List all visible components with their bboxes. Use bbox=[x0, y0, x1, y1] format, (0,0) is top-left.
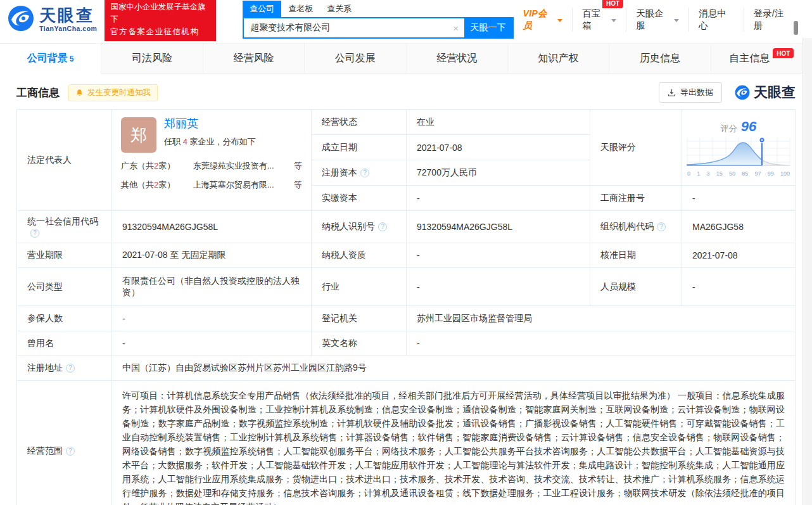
tab-judicial-risk[interactable]: 司法风险 bbox=[101, 44, 203, 73]
notify-on-change-button[interactable]: 发生变更时通知我 bbox=[68, 84, 158, 101]
field-value: MA26GJG58 bbox=[682, 211, 796, 243]
field-value: - bbox=[112, 331, 312, 356]
cert-line2: 官方备案企业征信机构 bbox=[110, 26, 210, 38]
hot-badge: HOT bbox=[773, 48, 794, 58]
field-value: - bbox=[407, 268, 590, 306]
search-input[interactable] bbox=[244, 18, 447, 37]
logo-title: 天眼查 bbox=[39, 7, 97, 23]
nav-message-center[interactable]: 消息中心 bbox=[688, 8, 744, 32]
company-link[interactable]: 东莞绿苑实业投资有... bbox=[193, 160, 288, 172]
legal-rep-label: 法定代表人 bbox=[17, 110, 112, 211]
clear-input-icon[interactable]: × bbox=[448, 18, 464, 37]
legal-rep-name-link[interactable]: 郑丽英 bbox=[164, 117, 255, 131]
field-label: 实缴资本 bbox=[312, 186, 407, 211]
score-value: 96 bbox=[741, 118, 756, 134]
company-link[interactable]: 上海莫塞尔贸易有限... bbox=[193, 179, 288, 191]
search-tabs: 查公司 查老板 查关系 bbox=[243, 1, 513, 17]
chevron-down-icon bbox=[557, 19, 562, 22]
download-icon bbox=[668, 89, 676, 97]
field-value: 2021-07-08 bbox=[407, 135, 590, 160]
field-label: 登记机关 bbox=[312, 306, 407, 331]
tianyancha-logo-icon bbox=[8, 5, 34, 34]
tab-operating-status[interactable]: 经营状况 bbox=[407, 44, 508, 73]
field-label: 核准日期 bbox=[590, 243, 682, 268]
tianyan-score-cell: 评分96 bbox=[682, 110, 796, 186]
field-value: - bbox=[407, 186, 590, 211]
tab-history-info[interactable]: 历史信息 bbox=[609, 44, 711, 73]
field-label: 公司类型 bbox=[17, 268, 112, 306]
tab-company-development[interactable]: 公司发展 bbox=[305, 44, 406, 73]
field-label: 统一社会信用代码? bbox=[17, 211, 112, 243]
search-tab-company[interactable]: 查公司 bbox=[243, 1, 281, 17]
field-label: 曾用名 bbox=[17, 331, 112, 356]
tianyancha-logo[interactable]: 天眼查 TianYanCha.com bbox=[8, 5, 97, 34]
search-tab-boss[interactable]: 查老板 bbox=[281, 1, 320, 17]
field-label: 参保人数 bbox=[17, 306, 112, 331]
question-icon[interactable]: ? bbox=[378, 222, 387, 231]
bell-icon bbox=[75, 89, 84, 97]
field-value: 在业 bbox=[407, 110, 590, 135]
question-icon[interactable]: ? bbox=[66, 364, 75, 373]
nav-enterprise-service[interactable]: 天眼企服 bbox=[626, 8, 688, 32]
section-title: 工商信息 bbox=[16, 86, 60, 100]
field-value: 苏州工业园区市场监督管理局 bbox=[407, 306, 796, 331]
legal-rep-positions: 任职 4 家企业，分布如下 bbox=[164, 136, 255, 148]
field-label: 成立日期 bbox=[312, 135, 407, 160]
search-tab-relation[interactable]: 查关系 bbox=[320, 1, 358, 17]
distribution-row: 其他（共2家） 上海莫塞尔贸易有限... 等 bbox=[121, 179, 302, 191]
business-scope-text: 许可项目：计算机信息系统安全专用产品销售（依法须经批准的项目，经相关部门批准后方… bbox=[112, 381, 796, 505]
tianyancha-watermark-icon bbox=[735, 85, 750, 100]
tab-self-info[interactable]: 自主信息 HOT bbox=[711, 44, 812, 73]
company-section-tabs: 公司背景 5 司法风险 经营风险 公司发展 经营状况 知识产权 历史信息 自主信… bbox=[0, 43, 812, 74]
business-registration-table: 法定代表人 郑 郑丽英 任职 4 家企业，分布如下 广东（共2家） 东莞绿苑实业… bbox=[16, 109, 796, 505]
question-icon[interactable]: ? bbox=[66, 447, 75, 456]
field-label: 人员规模 bbox=[590, 268, 682, 306]
business-info-header: 工商信息 发生变更时通知我 导出数据 天眼查 bbox=[16, 82, 796, 103]
nav-vip[interactable]: VIP会员 bbox=[514, 8, 573, 32]
tab-intellectual-property[interactable]: 知识产权 bbox=[508, 44, 609, 73]
top-header: 天眼查 TianYanCha.com 国家中小企业发展子基金旗下 官方备案企业征… bbox=[0, 0, 812, 39]
field-label: 组织机构代码? bbox=[590, 211, 682, 243]
field-label: 纳税人识别号? bbox=[312, 211, 407, 243]
cert-line1: 国家中小企业发展子基金旗下 bbox=[110, 1, 210, 26]
nav-toolbox[interactable]: HOT 百宝箱 bbox=[572, 8, 626, 32]
field-value: 2021-07-08 bbox=[682, 243, 796, 268]
top-nav: VIP会员 HOT 百宝箱 天眼企服 消息中心 登录/注册 bbox=[514, 8, 801, 32]
field-value: 中国（江苏）自由贸易试验区苏州片区苏州工业园区江韵路9号 bbox=[112, 356, 796, 381]
chevron-down-icon bbox=[674, 19, 679, 22]
field-value: 有限责任公司（非自然人投资或控股的法人独资） bbox=[112, 268, 312, 306]
score-label: 天眼评分 bbox=[590, 110, 682, 186]
field-label: 纳税人资质 bbox=[312, 243, 407, 268]
legal-rep-cell: 郑 郑丽英 任职 4 家企业，分布如下 广东（共2家） 东莞绿苑实业投资有...… bbox=[112, 110, 312, 211]
field-label: 营业期限 bbox=[17, 243, 112, 268]
field-label: 注册地址? bbox=[17, 356, 112, 381]
field-value: - bbox=[682, 268, 796, 306]
scrollbar-thumb[interactable] bbox=[794, 21, 798, 35]
certification-badge: 国家中小企业发展子基金旗下 官方备案企业征信机构 bbox=[105, 0, 216, 41]
search-area: 查公司 查老板 查关系 × 天眼一下 bbox=[243, 1, 513, 39]
nav-login-register[interactable]: 登录/注册 bbox=[744, 8, 801, 32]
field-label: 英文名称 bbox=[312, 331, 407, 356]
field-label: 工商注册号 bbox=[590, 186, 682, 211]
tab-count: 5 bbox=[70, 54, 74, 63]
search-box: × 天眼一下 bbox=[243, 17, 513, 39]
hot-badge: HOT bbox=[602, 0, 623, 8]
export-data-button[interactable]: 导出数据 bbox=[659, 82, 722, 103]
field-value: - bbox=[682, 186, 796, 211]
search-button[interactable]: 天眼一下 bbox=[464, 18, 512, 37]
field-value: 2021-07-08 至 无固定期限 bbox=[112, 243, 312, 268]
field-value: 91320594MA26GJG58L bbox=[407, 211, 590, 243]
tab-operation-risk[interactable]: 经营风险 bbox=[203, 44, 305, 73]
question-icon[interactable]: ? bbox=[360, 169, 369, 177]
scrollbar-track[interactable] bbox=[802, 38, 812, 505]
tab-company-background[interactable]: 公司背景 5 bbox=[0, 44, 101, 74]
distribution-row: 广东（共2家） 东莞绿苑实业投资有... 等 bbox=[121, 160, 302, 172]
avatar[interactable]: 郑 bbox=[121, 117, 156, 153]
score-distribution-chart bbox=[686, 135, 791, 168]
field-label: 行业 bbox=[312, 268, 407, 306]
question-icon[interactable]: ? bbox=[657, 222, 666, 231]
tianyancha-watermark: 天眼查 bbox=[735, 83, 796, 102]
field-label: 经营范围? bbox=[17, 381, 112, 505]
field-value: 72700万人民币 bbox=[407, 160, 590, 186]
question-icon[interactable]: ? bbox=[30, 229, 39, 238]
